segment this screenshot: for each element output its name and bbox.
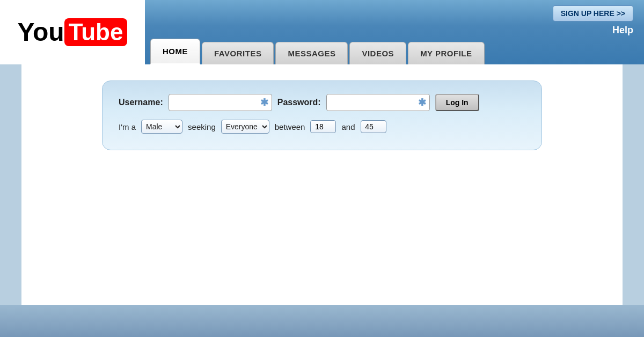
between-label: between bbox=[275, 122, 305, 131]
password-asterisk: ✱ bbox=[418, 97, 426, 108]
password-label: Password: bbox=[277, 98, 321, 107]
age-min-input[interactable] bbox=[310, 120, 336, 133]
bottom-band bbox=[0, 305, 644, 337]
nav-tabs: HOME FAVORITES MESSAGES VIDEOS MY PROFIL… bbox=[145, 0, 485, 64]
and-label: and bbox=[341, 122, 355, 131]
login-row: Username: ✱ Password: ✱ Log In bbox=[119, 94, 525, 111]
im-a-label: I'm a bbox=[119, 122, 136, 131]
username-input-wrapper: ✱ bbox=[169, 94, 272, 111]
main-content: Username: ✱ Password: ✱ Log In I'm a Mal… bbox=[21, 64, 623, 311]
top-right-area: SIGN UP HERE >> Help bbox=[553, 5, 633, 36]
username-input[interactable] bbox=[172, 98, 258, 107]
logo-container: YouTube bbox=[0, 0, 145, 64]
tab-home[interactable]: HOME bbox=[150, 39, 200, 64]
tab-messages[interactable]: MESSAGES bbox=[275, 42, 348, 64]
youtube-logo: YouTube bbox=[18, 18, 128, 46]
age-max-input[interactable] bbox=[361, 120, 386, 133]
logo-you: You bbox=[18, 19, 64, 45]
seeking-select[interactable]: Everyone Male Female bbox=[221, 120, 269, 134]
tab-videos[interactable]: VIDEOS bbox=[349, 42, 406, 64]
seeking-label: seeking bbox=[188, 122, 216, 131]
username-label: Username: bbox=[119, 98, 163, 107]
login-section: Username: ✱ Password: ✱ Log In I'm a Mal… bbox=[102, 80, 542, 150]
tab-favorites[interactable]: FAVORITES bbox=[202, 42, 274, 64]
password-input[interactable] bbox=[330, 98, 416, 107]
help-link[interactable]: Help bbox=[612, 25, 633, 36]
login-button[interactable]: Log In bbox=[435, 94, 479, 111]
seeking-row: I'm a Male Female seeking Everyone Male … bbox=[119, 120, 525, 134]
username-asterisk: ✱ bbox=[260, 97, 268, 108]
password-input-wrapper: ✱ bbox=[326, 94, 430, 111]
tab-myprofile[interactable]: MY PROFILE bbox=[408, 42, 484, 64]
header: YouTube HOME FAVORITES MESSAGES VIDEOS M… bbox=[0, 0, 644, 64]
signup-button[interactable]: SIGN UP HERE >> bbox=[553, 5, 633, 21]
logo-tube: Tube bbox=[64, 18, 128, 46]
gender-select[interactable]: Male Female bbox=[141, 120, 182, 134]
